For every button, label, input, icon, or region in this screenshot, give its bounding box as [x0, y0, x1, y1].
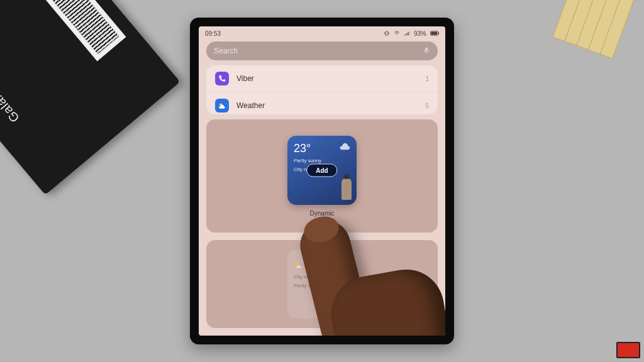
wifi-icon — [394, 30, 400, 36]
viber-icon — [215, 72, 229, 85]
weather-widget-2[interactable]: 23° City name Partly sunny — [287, 250, 357, 319]
widget-preview-panel[interactable]: 23° Partly sunny City name Add Dynamic — [206, 119, 438, 233]
widget2-condition: Partly sunny — [294, 283, 350, 289]
widget-picker-content: Viber 1 Weather 5 23° — [199, 65, 445, 336]
tablet-frame: 09:53 93% Search — [190, 18, 454, 344]
svg-point-5 — [296, 262, 299, 265]
status-bar: 09:53 93% — [199, 26, 445, 40]
product-box-label: Galaxy Z Fold6 — [0, 47, 22, 125]
widget2-city: City name — [294, 274, 350, 280]
svg-rect-0 — [386, 31, 387, 36]
widget-label: Dynamic — [310, 210, 335, 217]
add-button[interactable]: Add — [306, 163, 337, 177]
sun-cloud-icon — [294, 260, 304, 270]
widget2-temperature: 23° — [308, 258, 325, 272]
widget-count: 5 — [425, 102, 429, 109]
weather-widget-dynamic[interactable]: 23° Partly sunny City name Add — [287, 136, 357, 205]
app-row-label: Weather — [236, 101, 265, 110]
signal-icon — [404, 30, 410, 36]
widget-preview-panel-next[interactable]: 23° City name Partly sunny — [206, 240, 438, 328]
product-box: Galaxy Z Fold6 — [0, 0, 180, 195]
app-row-viber[interactable]: Viber 1 — [206, 65, 438, 92]
wooden-sticks — [552, 0, 644, 72]
barcode — [16, 0, 126, 61]
search-bar[interactable]: Search — [206, 41, 438, 60]
vibrate-icon — [384, 30, 390, 36]
app-list: Viber 1 Weather 5 — [206, 65, 438, 114]
search-placeholder: Search — [214, 47, 238, 55]
person-illustration — [341, 178, 352, 200]
app-row-weather[interactable]: Weather 5 — [206, 92, 438, 114]
battery-text: 93% — [414, 30, 426, 37]
cloud-icon — [339, 142, 350, 152]
weather-icon — [215, 99, 229, 112]
widget-count: 1 — [425, 75, 429, 82]
mic-icon[interactable] — [423, 47, 430, 56]
battery-icon — [430, 30, 439, 36]
app-row-label: Viber — [236, 74, 254, 83]
channel-badge — [616, 342, 640, 358]
screen: 09:53 93% Search — [199, 26, 445, 336]
svg-rect-2 — [431, 32, 437, 35]
status-time: 09:53 — [205, 30, 221, 37]
svg-rect-3 — [438, 32, 439, 34]
